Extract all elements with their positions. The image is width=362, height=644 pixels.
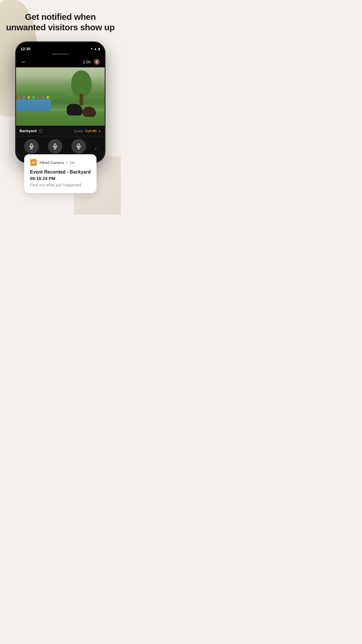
phone-speaker	[16, 53, 105, 56]
flag-3	[27, 97, 30, 99]
status-icons: ▾ ▲ ▮	[91, 47, 100, 51]
status-bar: 12:30 ▾ ▲ ▮	[16, 42, 105, 53]
notification-time-ago: 1m	[70, 160, 75, 165]
zoom-level: 1.0x	[83, 60, 91, 64]
dog-1	[67, 104, 83, 116]
svg-rect-6	[78, 144, 80, 147]
app-bar: ← 1.0x 🔇	[16, 56, 105, 67]
page-headline: Get notified when unwanted visitors show…	[6, 12, 115, 33]
signal-icon: ▲	[94, 47, 97, 50]
quality-label: Quality	[73, 129, 83, 133]
wifi-icon: ▾	[91, 47, 93, 51]
status-time: 12:30	[21, 47, 30, 51]
speaker-bar	[52, 53, 69, 55]
flag-2	[22, 97, 25, 99]
svg-rect-0	[31, 144, 32, 147]
notification-title: Event Recorded - Backyard	[30, 169, 91, 175]
flag-5	[37, 97, 40, 99]
dogs	[67, 99, 96, 120]
next-arrow-icon[interactable]: ›	[95, 146, 97, 152]
quality-value: Full HD	[85, 129, 97, 133]
battery-icon: ▮	[98, 47, 100, 51]
playback-button[interactable]	[24, 139, 39, 154]
notification-header: 🏠 Alfred Camera • 1m	[30, 159, 91, 166]
svg-rect-3	[54, 144, 56, 147]
app-icon: 🏠	[30, 159, 37, 166]
tree-canopy	[71, 70, 92, 97]
notification-card: 🏠 Alfred Camera • 1m Event Recorded - Ba…	[24, 154, 96, 193]
dog-2	[83, 107, 96, 117]
separator: •	[66, 160, 68, 165]
talk-button[interactable]	[48, 139, 62, 154]
info-icon[interactable]: i	[38, 129, 43, 133]
mic-icon	[28, 143, 35, 150]
mic-icon	[52, 143, 58, 150]
quality-section: Quality Full HD ▲	[73, 129, 101, 133]
record-button[interactable]	[71, 139, 86, 154]
flag-7	[46, 97, 50, 99]
mic-icon	[75, 143, 82, 150]
divider	[16, 136, 105, 136]
app-name: Alfred Camera	[39, 160, 64, 165]
camera-feed	[16, 67, 105, 126]
phone-mockup: 12:30 ▾ ▲ ▮ ← 1.0x 🔇	[15, 41, 106, 163]
camera-name-section: Backyard i	[20, 129, 43, 133]
zoom-controls: 1.0x 🔇	[83, 59, 100, 65]
flag-1	[17, 97, 21, 99]
back-button[interactable]: ←	[21, 58, 27, 65]
camera-name: Backyard	[20, 129, 37, 133]
camera-info-row: Backyard i Quality Full HD ▲	[20, 129, 101, 133]
bunting-flags	[16, 96, 51, 100]
page-wrapper: Get notified when unwanted visitors show…	[0, 0, 121, 193]
notification-subtitle: Find out what just happened	[30, 183, 91, 187]
quality-arrow-icon[interactable]: ▲	[98, 129, 101, 132]
flag-6	[41, 97, 45, 99]
flag-4	[32, 97, 35, 99]
notification-event-time: 05:16:24 PM	[30, 176, 91, 181]
house-icon: 🏠	[31, 160, 36, 165]
mute-button[interactable]: 🔇	[94, 59, 100, 65]
